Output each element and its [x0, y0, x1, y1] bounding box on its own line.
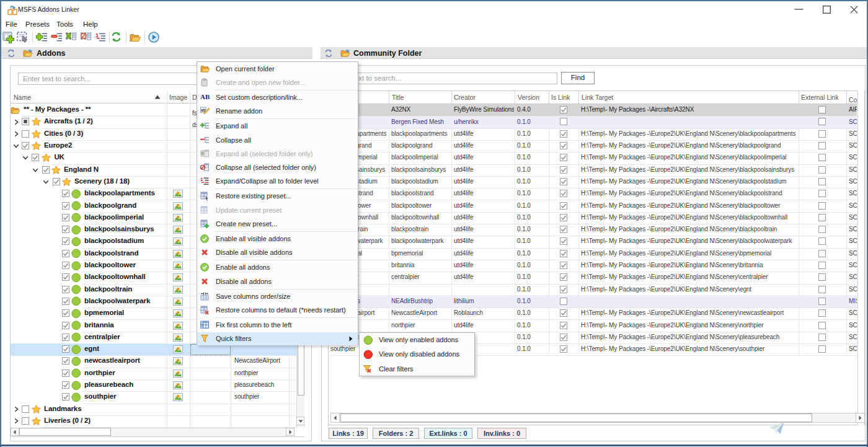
svg-text:AB: AB	[200, 93, 210, 100]
svg-text:1: 1	[200, 177, 203, 182]
svg-text:1: 1	[95, 32, 99, 38]
